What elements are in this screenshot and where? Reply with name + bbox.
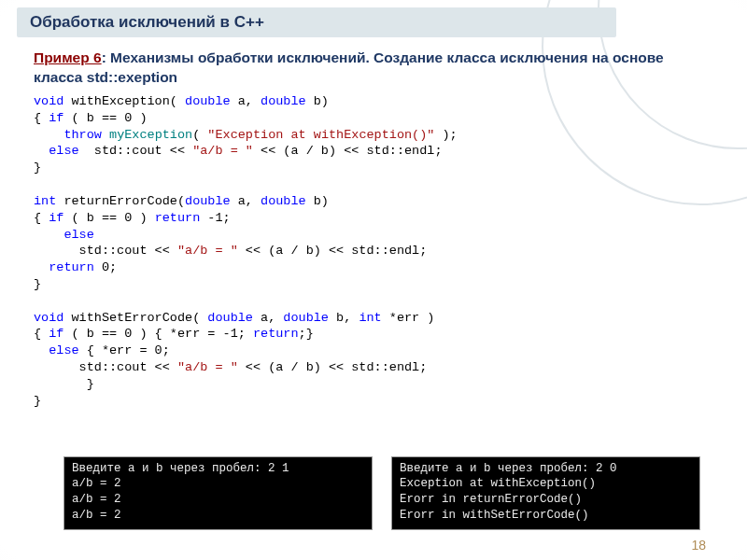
console-output-1: Введите a и b через пробел: 2 1 a/b = 2 … bbox=[63, 456, 373, 531]
page-number: 18 bbox=[691, 538, 706, 553]
console-output-2: Введите a и b через пробел: 2 0 Exceptio… bbox=[391, 456, 700, 531]
code-listing: void withException( double a, double b) … bbox=[34, 93, 700, 409]
example-label: Пример 6 bbox=[34, 49, 102, 65]
slide-subtitle: Пример 6: Механизмы обработки исключений… bbox=[34, 49, 710, 88]
console-output-row: Введите a и b через пробел: 2 1 a/b = 2 … bbox=[63, 456, 700, 531]
slide-title: Обработка исключений в С++ bbox=[17, 7, 616, 37]
subtitle-text: : Механизмы обработки исключений. Создан… bbox=[34, 49, 664, 85]
